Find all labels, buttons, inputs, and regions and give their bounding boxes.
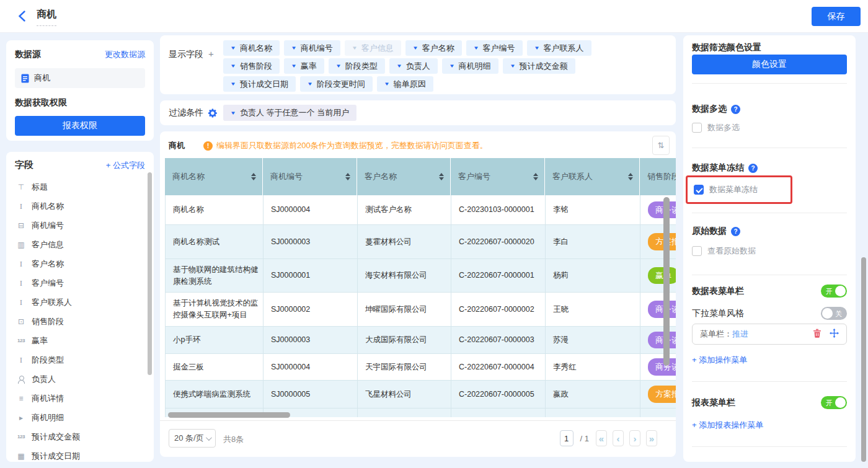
add-display-field-button[interactable]: + [208, 48, 214, 59]
first-page-button[interactable]: « [596, 430, 607, 446]
column-header[interactable]: 客户联系人 [545, 158, 640, 195]
column-header[interactable]: 商机编号 [263, 158, 357, 195]
table-row[interactable]: 商机名称测试SJ0000003蔓霍材料公司C-20220607-0000020李… [165, 225, 676, 259]
field-item[interactable]: 负责人 [15, 369, 145, 389]
display-field-chip[interactable]: ▼商机明细 [442, 58, 498, 74]
table-cell-stage: 方案报价 [640, 381, 676, 408]
display-field-chip[interactable]: ▼客户编号 [466, 40, 523, 56]
table-row[interactable]: 商机名称SJ0000004测试客户名称C-20230103-0000001李铭商… [165, 195, 676, 225]
sort-order-button[interactable]: ⇅ [652, 136, 670, 155]
menu-item-row[interactable]: 菜单栏：推进 [692, 324, 847, 345]
report-menubar-toggle[interactable]: 开 [821, 396, 847, 409]
field-item[interactable]: 123预计成交金额 [15, 427, 145, 446]
prev-page-button[interactable]: ‹ [613, 430, 624, 446]
field-item[interactable]: ≡商机详情 [15, 389, 145, 408]
table-cell: 杨莉 [546, 259, 640, 293]
display-field-chip[interactable]: ▼预计成交日期 [223, 76, 296, 92]
field-item[interactable]: ▸商机明细 [15, 408, 145, 427]
page-title[interactable]: 商机 [37, 8, 56, 26]
field-item[interactable]: ⊟商机编号 [15, 216, 145, 235]
sort-arrows-icon[interactable] [251, 173, 256, 180]
page-scrollbar[interactable] [861, 257, 866, 462]
text-icon: I [15, 259, 27, 269]
display-field-chip[interactable]: ▼阶段类型 [329, 58, 385, 74]
table-cell: C-20220607-0000001 [451, 259, 546, 293]
report-menubar-title: 报表菜单栏 [692, 397, 735, 408]
page-size-select[interactable]: 20 条/页 [169, 429, 216, 448]
table-menubar-toggle[interactable]: 开 [821, 285, 847, 298]
formula-field-link[interactable]: + 公式字段 [106, 160, 145, 171]
next-page-button[interactable]: › [629, 430, 640, 446]
column-header[interactable]: 商机名称 [165, 158, 263, 195]
display-field-chip[interactable]: ▼客户名称 [405, 40, 462, 56]
display-field-chip[interactable]: ▼客户信息 [345, 40, 401, 56]
table-row[interactable]: 小p手环SJ0000003大成国际有限公司C-20220607-0000003苏… [165, 327, 676, 354]
table-cell: 嬴政 [546, 381, 640, 408]
field-item[interactable]: ▦预计成交日期 [15, 446, 145, 462]
save-button[interactable]: 保存 [812, 7, 861, 26]
table-row[interactable]: 便携式哮喘病监测系统SJ0000005飞星材料公司C-20220607-0000… [165, 381, 676, 408]
change-datasource-link[interactable]: 更改数据源 [105, 49, 145, 60]
dropdown-style-label: 下拉菜单风格 [692, 308, 744, 319]
filter-condition-chip[interactable]: ▼负责人 等于任意一个 当前用户 [223, 105, 356, 121]
table-cell: 测试客户名称 [358, 195, 451, 225]
field-item[interactable]: ▥客户信息 [15, 235, 145, 254]
field-item[interactable]: ⊤标题 [15, 177, 145, 196]
raw-data-checkbox-row[interactable]: 查看原始数据 [692, 245, 756, 257]
column-header[interactable]: 客户名称 [357, 158, 451, 195]
field-item-label: 预计成交日期 [32, 451, 80, 462]
display-field-chip[interactable]: ▼客户联系人 [527, 40, 591, 56]
dropdown-style-toggle[interactable]: 关 [821, 307, 847, 320]
display-field-chip[interactable]: ▼预计成交金额 [503, 58, 575, 74]
add-report-menu-link[interactable]: + 添加报表操作菜单 [692, 420, 763, 431]
display-field-chip[interactable]: ▼输单原因 [377, 76, 433, 92]
field-item[interactable]: I客户编号 [15, 273, 145, 293]
table-row[interactable]: 掘金三板SJ0000004天宇国际有限公司C-20220607-0000004李… [165, 354, 676, 381]
column-header[interactable]: 客户编号 [451, 158, 545, 195]
help-icon[interactable]: ? [748, 164, 758, 173]
display-field-chip[interactable]: ▼销售阶段 [223, 58, 280, 74]
table-row[interactable]: 基于计算机视觉技术的监控摄像头互联网+项目SJ0000002坤曜国际有限公司C-… [165, 293, 676, 327]
table-row[interactable]: 基于物联网的建筑结构健康检测系统SJ0000001海安材料有限公司C-20220… [165, 259, 676, 293]
menu-freeze-checkbox-row[interactable]: 数据菜单冻结 [694, 184, 758, 195]
field-item[interactable]: I商机名称 [15, 196, 145, 216]
table-cell-stage: 赢单 [640, 259, 676, 293]
table-horizontal-scrollbar[interactable] [168, 412, 290, 418]
field-item[interactable]: I客户联系人 [15, 293, 145, 312]
sort-arrows-icon[interactable] [533, 173, 538, 180]
multi-select-checkbox-row[interactable]: 数据多选 [692, 122, 740, 133]
datasource-item[interactable]: 商机 [15, 68, 145, 88]
page-number-input[interactable]: 1 [560, 430, 574, 446]
display-field-chip[interactable]: ▼商机编号 [284, 40, 340, 56]
total-count: 共8条 [223, 434, 244, 445]
sort-arrows-icon[interactable] [628, 173, 633, 180]
column-header[interactable]: 销售阶段 [640, 158, 676, 195]
caret-down-icon: ▼ [384, 81, 390, 87]
trash-icon[interactable] [813, 329, 822, 340]
gear-icon[interactable] [208, 108, 217, 118]
help-icon[interactable]: ? [731, 227, 740, 236]
add-menu-link[interactable]: + 添加操作菜单 [692, 355, 747, 366]
field-item[interactable]: I客户名称 [15, 254, 145, 273]
sort-arrows-icon[interactable] [345, 173, 350, 180]
table-cell: SJ0000001 [264, 259, 358, 293]
help-icon[interactable]: ? [731, 105, 740, 114]
table-vertical-scrollbar[interactable] [663, 197, 670, 366]
table-cell: SJ0000003 [264, 225, 358, 259]
sort-arrows-icon[interactable] [439, 173, 444, 180]
text-icon: I [15, 201, 27, 211]
display-field-chip[interactable]: ▼赢率 [284, 58, 324, 74]
display-field-chip[interactable]: ▼商机名称 [223, 40, 280, 56]
field-item[interactable]: 123赢率 [15, 331, 145, 350]
display-field-chip[interactable]: ▼负责人 [389, 58, 438, 74]
fields-scrollbar[interactable] [148, 172, 152, 375]
last-page-button[interactable]: » [646, 430, 657, 446]
move-icon[interactable] [830, 329, 839, 340]
field-item[interactable]: ⊡销售阶段 [15, 312, 145, 331]
display-field-chip[interactable]: ▼阶段变更时间 [300, 76, 373, 92]
field-item[interactable]: I阶段类型 [15, 350, 145, 369]
subform-icon: ▸ [15, 413, 27, 422]
color-setting-button[interactable]: 颜色设置 [692, 55, 847, 74]
report-permission-button[interactable]: 报表权限 [15, 116, 145, 136]
back-icon[interactable] [17, 11, 26, 22]
